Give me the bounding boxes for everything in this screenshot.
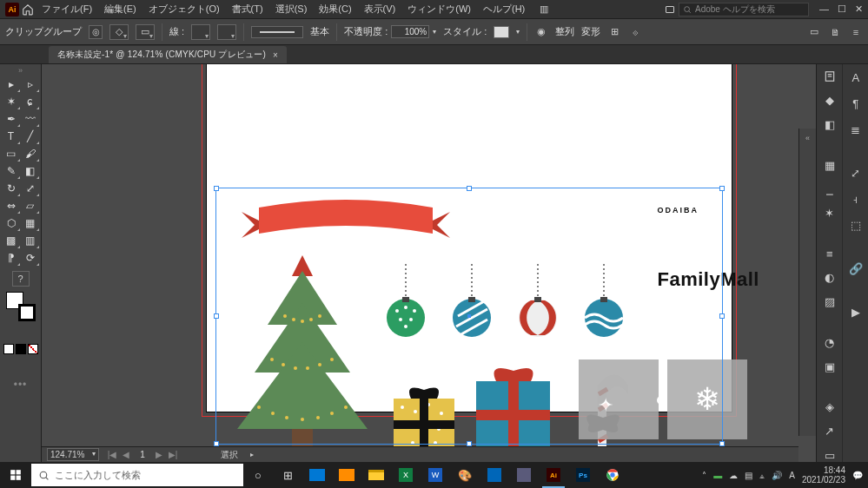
menu-select[interactable]: 選択(S) [270,1,313,17]
menu-object[interactable]: オブジェクト(O) [143,1,225,17]
artboards-panel-icon[interactable]: ▭ [822,448,838,462]
window-maximize-icon[interactable]: ☐ [838,3,846,15]
canvas[interactable]: ODAIBA FamilyMall [42,64,816,462]
properties-panel-icon[interactable] [822,69,838,83]
pen-tool[interactable]: ✒ [3,111,20,127]
tray-wifi-icon[interactable]: ⟁ [759,471,765,480]
brushes-panel-icon[interactable]: ⎯ [822,182,838,196]
panel-strip[interactable]: « [798,129,816,436]
transform-panel-icon[interactable]: ⤢ [848,165,864,181]
scale-tool[interactable]: ⤢ [22,181,39,196]
libraries-panel-icon[interactable]: A [848,69,864,85]
share-icon[interactable] [663,3,677,16]
color-mode-icon[interactable] [3,344,14,354]
gradient-mode-icon[interactable] [16,344,26,354]
rectangle-tool[interactable]: ▭ [3,146,20,162]
artboard-number[interactable]: 1 [134,450,151,459]
mesh-tool[interactable]: ▩ [3,233,20,248]
menu-view[interactable]: 表示(V) [359,1,401,17]
magic-wand-tool[interactable]: ✶ [3,94,20,109]
explorer-icon[interactable] [361,462,391,488]
menu-type[interactable]: 書式(T) [227,1,268,17]
window-close-icon[interactable]: ✕ [855,3,863,15]
actions-panel-icon[interactable]: ▶ [848,304,864,320]
menu-effect[interactable]: 効果(C) [314,1,356,17]
tray-network-icon[interactable]: ▤ [745,471,752,480]
direct-selection-tool[interactable]: ▹ [22,76,39,92]
graphic-styles-icon[interactable]: ▣ [822,359,838,373]
swatches-panel-icon[interactable]: ▦ [822,158,838,172]
opacity-input[interactable] [391,25,429,38]
color-guide-icon[interactable]: ◧ [822,117,838,131]
word-icon[interactable]: W [421,462,450,488]
help-search[interactable]: Adobe ヘルプを検索 [679,3,809,16]
align-label[interactable]: 整列 [555,25,574,38]
line-tool[interactable]: ╱ [22,129,39,144]
paragraph-panel-icon[interactable]: ≣ [848,122,864,137]
width-tool[interactable]: ⇔ [3,198,20,214]
paintbrush-tool[interactable]: 🖌 [22,146,39,162]
expand-panels-icon[interactable]: « [805,134,810,142]
transform-label[interactable]: 変形 [581,25,600,38]
fill-stroke-swatches[interactable] [6,292,36,321]
symbols-panel-icon[interactable]: ✶ [822,207,838,221]
curvature-tool[interactable]: 〰 [22,111,39,127]
edit-contents-icon[interactable]: ◎ [89,25,103,39]
cortana-icon[interactable]: ○ [243,462,273,488]
home-icon[interactable] [21,3,35,16]
prev-artboard-icon[interactable]: ◀ [120,450,132,459]
help-tool[interactable]: ? [12,271,30,287]
gradient-panel-icon[interactable]: ◐ [822,271,838,285]
recolor-icon[interactable]: ◉ [534,25,548,39]
menu-extra-icon[interactable]: ▥ [537,3,551,16]
first-artboard-icon[interactable]: |◀ [106,450,118,459]
close-tab-icon[interactable]: × [273,50,278,60]
shape-builder-tool[interactable]: ⬡ [3,215,20,231]
appearance-panel-icon[interactable]: ◔ [822,335,838,349]
tray-clock[interactable]: 18:44 2021/02/23 [802,465,845,485]
pathfinder-panel-icon[interactable]: ⬚ [848,217,864,233]
last-artboard-icon[interactable]: ▶| [167,450,179,459]
zoom-input[interactable]: 124.71%▾ [47,448,99,461]
eraser-tool[interactable]: ◧ [22,163,39,179]
artboard-nav[interactable]: |◀ ◀ 1 ▶ ▶| [106,450,179,459]
illustrator-taskbar-icon[interactable]: Ai [539,462,568,488]
tray-volume-icon[interactable]: 🔊 [772,471,782,480]
next-artboard-icon[interactable]: ▶ [153,450,165,459]
stroke-profile[interactable] [251,26,303,38]
perspective-tool[interactable]: ▦ [22,215,39,231]
stroke-swatch[interactable] [18,304,36,321]
color-panel-icon[interactable]: ◆ [822,94,838,108]
excel-icon[interactable]: X [391,462,421,488]
prefs-icon[interactable]: ≡ [849,25,863,39]
chrome-icon[interactable] [598,462,627,488]
vscode-icon[interactable] [480,462,509,488]
gradient-tool[interactable]: ▥ [22,233,39,248]
anchor-point-icon[interactable]: ⊞ [607,25,621,39]
none-mode-icon[interactable] [28,344,38,354]
doc-setup-icon[interactable]: 🗎 [828,25,842,39]
align-panel-icon[interactable]: ⫞ [848,191,864,207]
stroke-panel-icon[interactable]: ≡ [822,247,838,260]
document-tab[interactable]: 名称未設定-1* @ 124.71% (CMYK/CPU プレビュー) × [49,46,287,63]
store-app-icon[interactable] [332,462,361,488]
tray-onedrive-icon[interactable]: ☁ [729,471,738,480]
selection-tool[interactable]: ▸ [3,76,20,92]
menu-file[interactable]: ファイル(F) [36,1,97,17]
menu-window[interactable]: ウィンドウ(W) [402,1,476,17]
tray-line-icon[interactable]: ▬ [713,471,722,480]
menu-help[interactable]: ヘルプ(H) [478,1,530,17]
lasso-tool[interactable]: ɕ [22,94,39,109]
eyedropper-tool[interactable]: ⁋ [3,250,20,266]
free-transform-tool[interactable]: ▱ [22,198,39,214]
mail-app-icon[interactable] [302,462,332,488]
paint-icon[interactable]: 🎨 [450,462,480,488]
style-dropdown-icon[interactable]: ▾ [516,28,520,36]
toolbox-chevron-icon[interactable]: » [18,66,23,75]
gpu-icon[interactable]: ▭ [807,25,821,39]
isolate-mask-icon[interactable]: ⟐ [628,25,642,39]
tray-notifications-icon[interactable]: 💬 [852,471,863,480]
opacity-dropdown-icon[interactable]: ▾ [433,28,436,36]
layers-panel-icon[interactable]: ◈ [822,400,838,414]
isolate-dropdown[interactable]: ◇ [109,24,129,40]
